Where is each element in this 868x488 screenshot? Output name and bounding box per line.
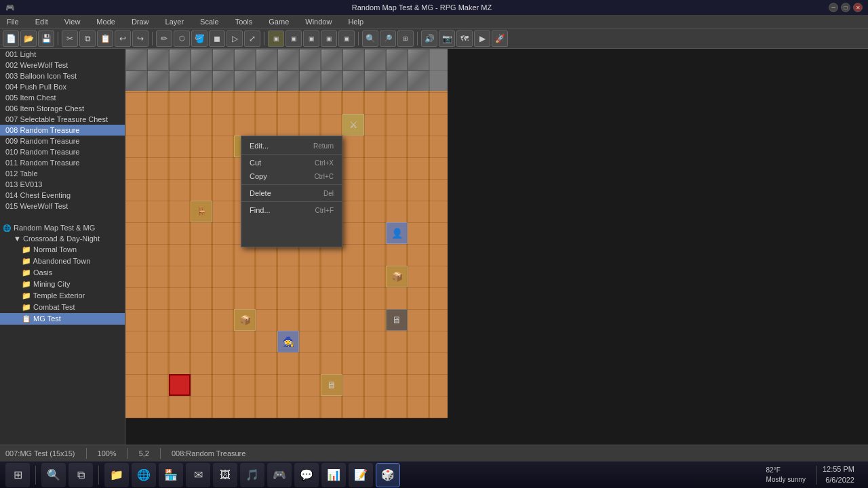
sprite-red-block[interactable] xyxy=(169,374,191,396)
play-button[interactable]: ▶ xyxy=(474,30,490,47)
sprite-top-char[interactable]: ⚔ xyxy=(342,114,364,136)
sprite-npc-center[interactable]: 🧙 xyxy=(277,331,299,352)
maximize-button[interactable]: □ xyxy=(841,3,850,12)
ctx-cut[interactable]: Cut Ctrl+X xyxy=(241,156,342,169)
menu-mode[interactable]: Mode xyxy=(92,16,119,27)
map-canvas[interactable]: ⚔ 🗄 🗄 🗄 🗄 🪑 👤 📦 📦 🧙 🖥 🖥 Edit.. xyxy=(125,49,448,418)
save-button[interactable]: 💾 xyxy=(38,30,54,47)
taskview-button[interactable]: ⧉ xyxy=(68,463,93,487)
zoom-in-button[interactable]: 🔍 xyxy=(362,30,378,47)
menu-window[interactable]: Window xyxy=(301,16,336,27)
minimize-button[interactable]: ─ xyxy=(829,3,838,12)
menu-layer[interactable]: Layer xyxy=(161,16,189,27)
sprite-npc-right[interactable]: 👤 xyxy=(386,222,408,244)
discord-button[interactable]: 💬 xyxy=(294,463,319,487)
tree-normal-town[interactable]: 📁 Normal Town xyxy=(0,244,125,256)
steam-button[interactable]: 🎮 xyxy=(267,463,292,487)
layer1-button[interactable]: ▣ xyxy=(268,30,284,47)
event-012[interactable]: 012 Table xyxy=(0,168,125,179)
tree-oasis[interactable]: 📁 Oasis xyxy=(0,267,125,279)
event-015[interactable]: 015 WereWolf Test xyxy=(0,201,125,211)
menu-file[interactable]: File xyxy=(3,16,23,27)
expand-tool[interactable]: ⤢ xyxy=(244,30,260,47)
menu-edit[interactable]: Edit xyxy=(31,16,52,27)
spotify-button[interactable]: 🎵 xyxy=(240,463,264,487)
map-button[interactable]: 🗺 xyxy=(456,30,473,47)
rpgmaker-taskbar[interactable]: 🎲 xyxy=(376,463,400,487)
event-008[interactable]: 008 Random Treasure xyxy=(0,125,125,136)
tree-mg-test[interactable]: 📋 MG Test xyxy=(0,313,125,325)
event-014[interactable]: 014 Chest Eventing xyxy=(0,190,125,201)
file-explorer-button[interactable]: 📁 xyxy=(104,463,129,487)
event-007[interactable]: 007 Selectable Treasure Chest xyxy=(0,114,125,125)
tree-combat-test[interactable]: 📁 Combat Test xyxy=(0,302,125,313)
layer3-button[interactable]: ▣ xyxy=(303,30,319,47)
sprite-table-left[interactable]: 🪑 xyxy=(191,201,212,222)
audio-button[interactable]: 🔊 xyxy=(421,30,437,47)
pencil-tool[interactable]: ✏ xyxy=(156,30,172,47)
titlebar: 🎮 Random Map Test & MG - RPG Maker MZ ─ … xyxy=(0,0,868,15)
copy-button[interactable]: ⧉ xyxy=(79,30,96,47)
menu-draw[interactable]: Draw xyxy=(127,16,153,27)
ctx-edit[interactable]: Edit... Return xyxy=(241,139,342,152)
menu-view[interactable]: View xyxy=(60,16,85,27)
event-013[interactable]: 013 EV013 xyxy=(0,179,125,190)
event-011[interactable]: 011 Random Treasure xyxy=(0,157,125,168)
menu-help[interactable]: Help xyxy=(344,16,368,27)
event-009[interactable]: 009 Random Treasure xyxy=(0,136,125,146)
layer5-button[interactable]: ▣ xyxy=(338,30,355,47)
search-taskbar-button[interactable]: 🔍 xyxy=(41,463,66,487)
stone-cell xyxy=(342,70,364,92)
word-button[interactable]: 📝 xyxy=(349,463,373,487)
layer4-button[interactable]: ▣ xyxy=(321,30,337,47)
photos-button[interactable]: 🖼 xyxy=(213,463,237,487)
event-006[interactable]: 006 Item Storage Chest xyxy=(0,103,125,114)
paste-button[interactable]: 📋 xyxy=(97,30,113,47)
new-button[interactable]: 📄 xyxy=(3,30,19,47)
event-010[interactable]: 010 Random Treasure xyxy=(0,146,125,157)
zoom-out-button[interactable]: 🔎 xyxy=(380,30,396,47)
redo-button[interactable]: ↪ xyxy=(132,30,149,47)
mail-button[interactable]: ✉ xyxy=(186,463,210,487)
menu-scale[interactable]: Scale xyxy=(196,16,223,27)
fog-tool[interactable]: ⬡ xyxy=(174,30,190,47)
ctx-delete-label: Delete xyxy=(250,189,271,197)
tree-abandoned-town[interactable]: 📁 Abandoned Town xyxy=(0,256,125,267)
menu-game[interactable]: Game xyxy=(264,16,293,27)
event-005[interactable]: 005 Item Chest xyxy=(0,92,125,103)
zoom-fit-button[interactable]: ⊞ xyxy=(397,30,414,47)
ctx-delete[interactable]: Delete Del xyxy=(241,186,342,200)
taskbar-sep-3 xyxy=(816,466,817,485)
shadow-tool[interactable]: ◼ xyxy=(209,30,225,47)
sprite-device-right[interactable]: 🖥 xyxy=(386,309,408,331)
event-002[interactable]: 002 WereWolf Test xyxy=(0,60,125,70)
fill-tool[interactable]: 🪣 xyxy=(191,30,208,47)
ctx-find[interactable]: Find... Ctrl+F xyxy=(241,203,342,217)
event-004[interactable]: 004 Push Pull Box xyxy=(0,81,125,92)
menu-tools[interactable]: Tools xyxy=(231,16,257,27)
tree-root-node[interactable]: 🌐 Random Map Test & MG xyxy=(0,222,125,233)
close-button[interactable]: ✕ xyxy=(853,3,863,12)
sprite-chest-left[interactable]: 📦 xyxy=(234,309,256,331)
sprite-device-center[interactable]: 🖥 xyxy=(321,374,342,396)
deploy-button[interactable]: 🚀 xyxy=(492,30,508,47)
tree-crossroad[interactable]: ▼ Crossroad & Day-Night xyxy=(0,233,125,244)
excel-button[interactable]: 📊 xyxy=(321,463,346,487)
tree-mining-city[interactable]: 📁 Mining City xyxy=(0,279,125,290)
undo-button[interactable]: ↩ xyxy=(115,30,131,47)
sprite-chest-right[interactable]: 📦 xyxy=(386,266,408,287)
store-button[interactable]: 🏪 xyxy=(159,463,183,487)
screenshot-button[interactable]: 📷 xyxy=(439,30,455,47)
event-003[interactable]: 003 Balloon Icon Test xyxy=(0,70,125,81)
stone-cell xyxy=(386,49,408,70)
layer2-button[interactable]: ▣ xyxy=(285,30,302,47)
chrome-button[interactable]: 🌐 xyxy=(132,463,156,487)
ctx-copy[interactable]: Copy Ctrl+C xyxy=(241,169,342,183)
open-button[interactable]: 📂 xyxy=(20,30,37,47)
event-001[interactable]: 001 Light xyxy=(0,49,125,60)
map-area[interactable]: ⚔ 🗄 🗄 🗄 🗄 🪑 👤 📦 📦 🧙 🖥 🖥 Edit.. xyxy=(125,49,868,472)
select-tool[interactable]: ▷ xyxy=(226,30,243,47)
start-button[interactable]: ⊞ xyxy=(5,463,30,487)
tree-temple-exterior[interactable]: 📁 Temple Exterior xyxy=(0,290,125,302)
cut-button[interactable]: ✂ xyxy=(62,30,78,47)
